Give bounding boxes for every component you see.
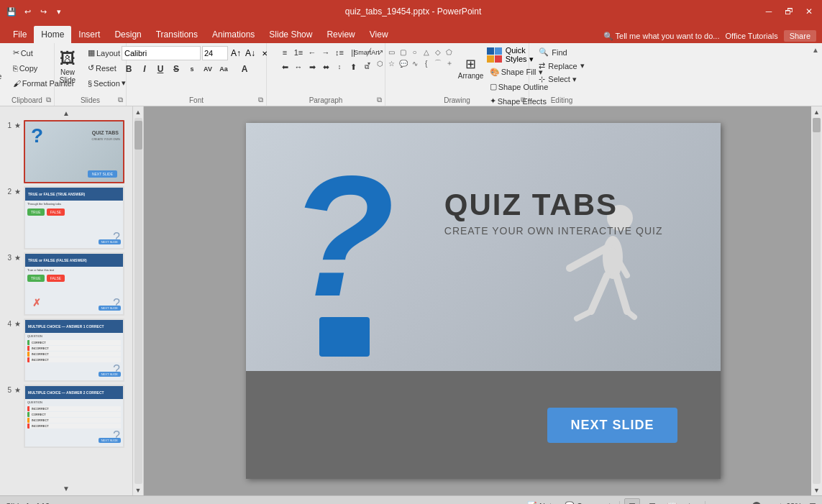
- bold-button[interactable]: B: [122, 62, 136, 76]
- text-direction-button[interactable]: ↕: [333, 60, 346, 73]
- scroll-down-button[interactable]: ▼: [3, 485, 129, 492]
- shape-bracket[interactable]: {: [421, 58, 432, 69]
- shape-curve[interactable]: ∿: [409, 58, 421, 69]
- tab-animations[interactable]: Animations: [205, 26, 262, 43]
- slide-thumb-4[interactable]: 4 ★ MULTIPLE CHOICE — ANSWER 1 CORRECT Q…: [3, 319, 129, 382]
- slideshow-button[interactable]: ▶: [685, 498, 700, 505]
- increase-indent-button[interactable]: →: [319, 46, 332, 59]
- justify-button[interactable]: ⬌: [319, 60, 332, 73]
- shape-brace[interactable]: ⌒: [432, 58, 444, 69]
- redo-icon[interactable]: ↪: [37, 6, 49, 17]
- canvas-scroll-down[interactable]: ▼: [811, 485, 822, 495]
- undo-icon[interactable]: ↩: [22, 6, 33, 17]
- shape-line[interactable]: ╱: [363, 46, 375, 58]
- italic-button[interactable]: I: [137, 62, 152, 76]
- shape-triangle[interactable]: △: [421, 46, 432, 58]
- font-size-input[interactable]: [202, 46, 228, 60]
- section-button[interactable]: § Section ▾: [85, 76, 129, 90]
- decrease-font-button[interactable]: A↓: [244, 47, 257, 60]
- tab-home[interactable]: Home: [34, 26, 71, 43]
- office-tutorials-link[interactable]: Office Tutorials: [725, 32, 777, 40]
- strikethrough-button[interactable]: S: [169, 62, 183, 76]
- arrange-button[interactable]: ⊞ Arrange: [455, 46, 487, 89]
- normal-view-button[interactable]: ⊞: [624, 498, 640, 505]
- drawing-expand[interactable]: ⧉: [521, 96, 526, 104]
- increase-font-button[interactable]: A↑: [229, 47, 242, 60]
- zoom-out-button[interactable]: −: [710, 501, 715, 505]
- slide-thumb-5[interactable]: 5 ★ MULTIPLE CHOICE — ANSWER 2 CORRECT Q…: [3, 385, 129, 448]
- minimize-button[interactable]: ─: [762, 4, 776, 19]
- restore-button[interactable]: 🗗: [782, 4, 796, 19]
- shape-rect[interactable]: ▭: [386, 46, 398, 58]
- align-right-button[interactable]: ➡: [306, 60, 319, 73]
- shape-arrow[interactable]: ↗: [375, 46, 386, 58]
- panel-scroll-thumb[interactable]: [134, 121, 142, 150]
- slides-expand[interactable]: ⧉: [118, 96, 123, 104]
- shape-diamond[interactable]: ◇: [432, 46, 444, 58]
- tab-slideshow[interactable]: Slide Show: [262, 26, 319, 43]
- numbering-button[interactable]: 1≡: [292, 46, 305, 59]
- select-button[interactable]: ⊹ Select ▾: [534, 73, 588, 86]
- fit-to-window-button[interactable]: ⊡: [809, 501, 816, 505]
- change-case-button[interactable]: Aa: [216, 62, 231, 76]
- shape-callout[interactable]: 💬: [398, 58, 409, 69]
- find-button[interactable]: 🔍 Find: [534, 46, 588, 58]
- slide-thumb-1[interactable]: 1 ★ ? QUIZ TABS CREATE YOUR OWN NEXT SLI…: [3, 120, 129, 183]
- tab-insert[interactable]: Insert: [71, 26, 107, 43]
- tab-view[interactable]: View: [362, 26, 396, 43]
- slide-thumb-3[interactable]: 3 ★ TRUE or FALSE (FALSE ANSWER) True or…: [3, 252, 129, 316]
- zoom-in-button[interactable]: +: [778, 501, 783, 505]
- align-center-button[interactable]: ↔: [292, 60, 305, 73]
- slide-thumb-2[interactable]: 2 ★ TRUE or FALSE (TRUE ANSWER) Through …: [3, 186, 129, 249]
- scroll-up-button[interactable]: ▲: [3, 109, 129, 117]
- char-spacing-button[interactable]: AV: [201, 62, 215, 76]
- bullets-button[interactable]: ≡: [278, 46, 291, 59]
- canvas-scroll-thumb[interactable]: [813, 118, 821, 132]
- tab-design[interactable]: Design: [107, 26, 148, 43]
- slide-img-1[interactable]: ? QUIZ TABS CREATE YOUR OWN NEXT SLIDE: [24, 120, 124, 183]
- line-spacing-button[interactable]: ↕≡: [333, 46, 346, 59]
- slide-canvas[interactable]: ?: [246, 123, 721, 479]
- font-expand[interactable]: ⧉: [258, 96, 263, 104]
- panel-scroll-down[interactable]: ▼: [133, 485, 144, 495]
- notes-button[interactable]: 📝 Notes: [527, 501, 560, 504]
- shadow-button[interactable]: s: [185, 62, 199, 76]
- clipboard-expand[interactable]: ⧉: [46, 96, 51, 104]
- decrease-indent-button[interactable]: ←: [306, 46, 319, 59]
- tab-file[interactable]: File: [6, 26, 34, 43]
- customize-icon[interactable]: ▾: [53, 6, 65, 17]
- share-button[interactable]: Share: [784, 30, 816, 42]
- panel-scroll-up[interactable]: ▲: [133, 106, 144, 117]
- new-slide-button[interactable]: 🖼 NewSlide: [52, 46, 83, 89]
- underline-button[interactable]: U: [153, 62, 168, 76]
- reading-view-button[interactable]: 📖: [665, 498, 680, 505]
- shape-rounded-rect[interactable]: ▢: [398, 46, 409, 58]
- shape-more[interactable]: ▾: [363, 58, 375, 69]
- shape-circle[interactable]: ○: [409, 46, 421, 58]
- font-color-button[interactable]: A: [237, 62, 252, 76]
- save-icon[interactable]: 💾: [6, 6, 17, 17]
- shape-plus[interactable]: ＋: [444, 58, 455, 69]
- shape-hexagon[interactable]: ⬡: [375, 58, 386, 69]
- slide-sorter-button[interactable]: ⊟: [644, 498, 660, 505]
- tab-transitions[interactable]: Transitions: [149, 26, 205, 43]
- slide-img-5[interactable]: MULTIPLE CHOICE — ANSWER 2 CORRECT QUEST…: [24, 385, 124, 448]
- slide-img-4[interactable]: MULTIPLE CHOICE — ANSWER 1 CORRECT QUEST…: [24, 319, 124, 382]
- search-bar[interactable]: 🔍 Tell me what you want to do...: [603, 32, 720, 41]
- slide-img-3[interactable]: TRUE or FALSE (FALSE ANSWER) True or fal…: [24, 252, 124, 316]
- zoom-thumb[interactable]: [752, 502, 761, 505]
- paste-button[interactable]: 📋 Paste: [0, 46, 9, 89]
- canvas-scroll-up[interactable]: ▲: [811, 106, 822, 117]
- align-left-button[interactable]: ⬅: [278, 60, 291, 73]
- replace-button[interactable]: ⇄ Replace ▾: [534, 60, 588, 72]
- shape-star[interactable]: ☆: [386, 58, 398, 69]
- align-top-button[interactable]: ⬆: [347, 60, 360, 73]
- tab-review[interactable]: Review: [319, 26, 362, 43]
- slide-img-2[interactable]: TRUE or FALSE (TRUE ANSWER) Through the …: [24, 186, 124, 249]
- close-button[interactable]: ✕: [802, 4, 816, 19]
- ribbon-collapse[interactable]: ▲: [809, 43, 822, 106]
- comments-button[interactable]: 💬 Comments: [565, 501, 615, 504]
- shape-pentagon[interactable]: ⬠: [444, 46, 455, 58]
- font-name-input[interactable]: [122, 46, 201, 60]
- next-slide-button[interactable]: NEXT SLIDE: [547, 408, 677, 443]
